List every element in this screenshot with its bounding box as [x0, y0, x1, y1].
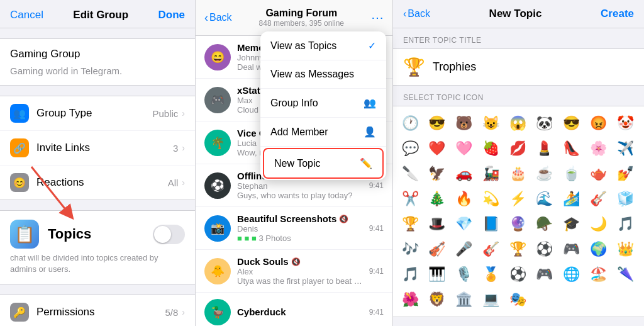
emoji-cell[interactable]: ⚽: [506, 262, 530, 286]
emoji-cell[interactable]: 💅: [613, 162, 637, 186]
emoji-cell[interactable]: 🎸: [479, 237, 502, 261]
emoji-cell[interactable]: 🦅: [425, 162, 449, 186]
topic-content: Duck Souls 🔇 Alex Utya was the first pla…: [237, 256, 365, 286]
emoji-cell[interactable]: 🎄: [425, 187, 449, 211]
emoji-cell[interactable]: 🍵: [560, 162, 584, 186]
emoji-cell[interactable]: 🏛️: [452, 288, 476, 312]
reactions-row[interactable]: 😊 Reactions All ›: [0, 166, 195, 200]
dropdown-label: Add Member: [270, 126, 328, 138]
permissions-label: Permissions: [36, 306, 165, 318]
emoji-cell[interactable]: 🎵: [398, 262, 422, 286]
back-button[interactable]: ‹ Back: [204, 11, 232, 25]
topic-title-input-row[interactable]: 🏆 Trophies: [393, 48, 644, 86]
dropdown-group-info[interactable]: Group Info 👥: [260, 89, 386, 118]
dropdown-add-member[interactable]: Add Member 👤: [260, 118, 386, 147]
emoji-cell[interactable]: 🌊: [533, 187, 557, 211]
emoji-cell[interactable]: 📘: [479, 212, 502, 236]
emoji-cell[interactable]: 💋: [506, 137, 530, 160]
emoji-cell[interactable]: 🫖: [586, 162, 610, 186]
emoji-cell[interactable]: 🎻: [425, 237, 449, 261]
emoji-cell[interactable]: ⚡: [506, 187, 530, 211]
invite-links-row[interactable]: 🔗 Invite Links 3 ›: [0, 131, 195, 166]
emoji-cell[interactable]: 🔥: [452, 187, 476, 211]
emoji-cell[interactable]: 🎵: [613, 212, 637, 236]
emoji-cell[interactable]: 🎭: [506, 288, 530, 312]
emoji-cell[interactable]: 💬: [398, 137, 422, 160]
emoji-cell[interactable]: 🎙️: [452, 262, 476, 286]
emoji-cell[interactable]: 💎: [452, 212, 476, 236]
emoji-cell[interactable]: 🏆: [398, 212, 422, 236]
emoji-cell[interactable]: ✂️: [398, 187, 422, 211]
emoji-cell[interactable]: 🚗: [452, 162, 476, 186]
topics-toggle[interactable]: [153, 225, 185, 244]
emoji-cell[interactable]: 🎓: [560, 212, 584, 236]
edit-group-header: Cancel Edit Group Done: [0, 0, 195, 28]
emoji-cell[interactable]: 🐻: [452, 111, 476, 135]
emoji-cell[interactable]: 🌍: [586, 237, 610, 261]
emoji-cell[interactable]: 😎: [425, 111, 449, 135]
emoji-cell[interactable]: 🎮: [533, 262, 557, 286]
cancel-button[interactable]: Cancel: [10, 9, 43, 21]
emoji-cell[interactable]: 🌸: [586, 137, 610, 160]
chevron-icon: ›: [182, 177, 185, 188]
emoji-cell[interactable]: 🧊: [613, 187, 637, 211]
emoji-cell[interactable]: 🩷: [452, 137, 476, 160]
emoji-cell[interactable]: 🍓: [479, 137, 502, 160]
emoji-cell[interactable]: 🏄: [560, 187, 584, 211]
emoji-cell[interactable]: 🏖️: [586, 262, 610, 286]
emoji-cell[interactable]: 🏅: [479, 262, 502, 286]
emoji-cell[interactable]: 😎: [560, 111, 584, 135]
dropdown-new-topic[interactable]: New Topic ✏️: [263, 148, 384, 179]
permissions-row[interactable]: 🔑 Permissions 5/8 ›: [0, 295, 195, 326]
emoji-cell[interactable]: ☕: [533, 162, 557, 186]
emoji-cell[interactable]: 🌐: [560, 262, 584, 286]
emoji-cell[interactable]: 🔮: [506, 212, 530, 236]
emoji-cell[interactable]: 😡: [586, 111, 610, 135]
emoji-cell[interactable]: 🎸: [586, 187, 610, 211]
more-options-button[interactable]: ⋯: [371, 10, 384, 25]
toggle-knob: [154, 226, 171, 243]
emoji-cell[interactable]: 👠: [560, 137, 584, 160]
group-type-value: Public: [152, 108, 178, 119]
emoji-cell[interactable]: 🌺: [398, 288, 422, 312]
emoji-cell[interactable]: 🤡: [613, 111, 637, 135]
emoji-cell[interactable]: 💻: [479, 288, 502, 312]
emoji-cell[interactable]: 💄: [533, 137, 557, 160]
emoji-cell[interactable]: ⚽: [533, 237, 557, 261]
group-name[interactable]: Gaming Group: [10, 48, 185, 60]
topic-item-screenshots[interactable]: 📸 Beautiful Screenshots 🔇 Denis ■ ■ ■ 3 …: [196, 207, 392, 250]
new-topic-back-button[interactable]: ‹ Back: [403, 8, 430, 20]
emoji-cell[interactable]: 🎹: [425, 262, 449, 286]
create-button[interactable]: Create: [601, 8, 634, 20]
emoji-cell[interactable]: 🪖: [533, 212, 557, 236]
emoji-cell[interactable]: ❤️: [425, 137, 449, 160]
emoji-cell[interactable]: 🕐: [398, 111, 422, 135]
emoji-cell[interactable]: 👑: [613, 237, 637, 261]
emoji-cell[interactable]: 🎂: [506, 162, 530, 186]
dropdown-view-messages[interactable]: View as Messages: [260, 60, 386, 89]
emoji-cell[interactable]: 🎮: [560, 237, 584, 261]
emoji-cell[interactable]: 🚂: [479, 162, 502, 186]
emoji-cell[interactable]: 🔪: [398, 162, 422, 186]
group-info-icon: 👥: [364, 97, 376, 109]
topic-meta: Denis: [237, 224, 365, 233]
group-type-row[interactable]: 👥 Group Type Public ›: [0, 96, 195, 131]
done-button[interactable]: Done: [158, 9, 186, 21]
emoji-cell[interactable]: 🎶: [398, 237, 422, 261]
emoji-cell[interactable]: 😺: [479, 111, 502, 135]
emoji-cell[interactable]: 🦁: [425, 288, 449, 312]
emoji-cell[interactable]: 🏆: [506, 237, 530, 261]
topic-avatar: 📸: [204, 215, 231, 242]
emoji-cell[interactable]: 😱: [506, 111, 530, 135]
emoji-cell[interactable]: 💫: [479, 187, 502, 211]
topic-item-ducksouls[interactable]: 🐥 Duck Souls 🔇 Alex Utya was the first p…: [196, 250, 392, 293]
emoji-cell[interactable]: 🎩: [425, 212, 449, 236]
topic-avatar: ⚽: [204, 172, 231, 199]
emoji-cell[interactable]: 🌂: [613, 262, 637, 286]
topic-item-cyberduck[interactable]: 🦆 Cyberduck 9:41: [196, 293, 392, 326]
emoji-cell[interactable]: 🐼: [533, 111, 557, 135]
emoji-cell[interactable]: 🌙: [586, 212, 610, 236]
emoji-cell[interactable]: ✈️: [613, 137, 637, 160]
dropdown-view-topics[interactable]: View as Topics ✓: [260, 31, 386, 60]
emoji-cell[interactable]: 🎤: [452, 237, 476, 261]
